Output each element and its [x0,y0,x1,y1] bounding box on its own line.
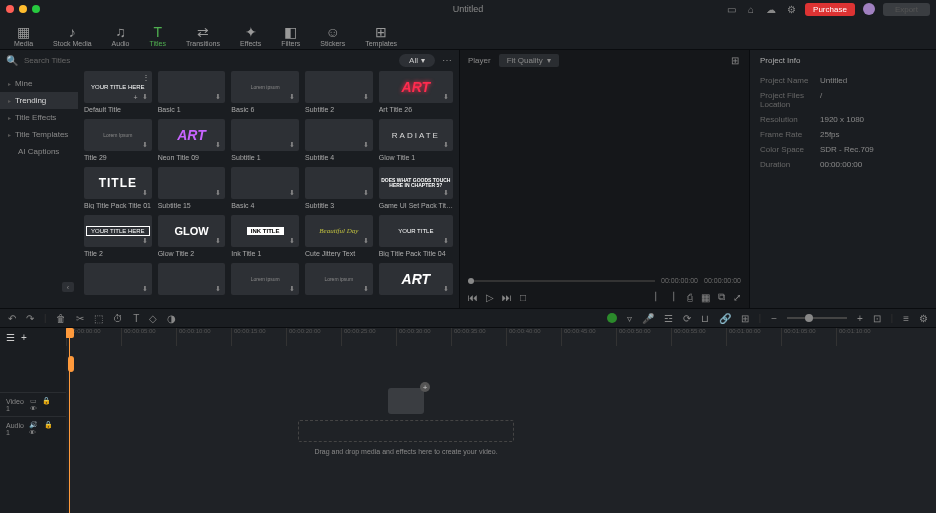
title-card[interactable]: ART⬇ [379,263,453,298]
stop-icon[interactable]: □ [520,292,526,303]
download-icon[interactable]: ⬇ [215,237,223,245]
download-icon[interactable]: ⬇ [215,285,223,293]
download-icon[interactable]: ⬇ [289,93,297,101]
undo-icon[interactable]: ↶ [8,313,16,324]
settings-icon[interactable]: ⚙ [785,3,797,15]
tab-audio[interactable]: ♫Audio [108,22,134,49]
title-card[interactable]: Lorem ipsum⬇ [231,263,299,298]
title-card[interactable]: TITLE⬇Big Title Pack Title 01 [84,167,152,209]
tab-filters[interactable]: ◧Filters [277,22,304,49]
tab-effects[interactable]: ✦Effects [236,22,265,49]
preview-tab[interactable]: Player [468,56,491,65]
filter-dropdown[interactable]: All ▾ [399,54,435,67]
download-icon[interactable]: ⬇ [142,237,150,245]
color-icon[interactable]: ◑ [167,313,176,324]
title-card[interactable]: YOUR TITLE HERE⬇⋮+Default Title [84,71,152,113]
title-card[interactable]: ⬇ [84,263,152,298]
preview-scrubber[interactable] [468,280,655,282]
download-icon[interactable]: ⬇ [215,189,223,197]
title-card[interactable]: ⬇Basic 4 [231,167,299,209]
download-icon[interactable]: ⬇ [289,237,297,245]
download-icon[interactable]: ⬇ [142,141,150,149]
title-card[interactable]: INK TITLE⬇Ink Title 1 [231,215,299,257]
sidebar-item-title-effects[interactable]: Title Effects [0,109,78,126]
mixer-icon[interactable]: ☲ [664,313,673,324]
search-input[interactable]: Search Titles [24,56,393,65]
magnet-icon[interactable]: ⊔ [701,313,709,324]
safe-zone-icon[interactable]: ▦ [701,292,710,303]
tab-stickers[interactable]: ☺Stickers [316,22,349,49]
download-icon[interactable]: ⬇ [142,189,150,197]
quality-dropdown[interactable]: Fit Quality ▾ [499,54,559,67]
title-card[interactable]: RADIATE⬇Glow Title 1 [379,119,453,161]
download-icon[interactable]: ⬇ [142,285,150,293]
minimize-window-button[interactable] [19,5,27,13]
next-frame-icon[interactable]: ⏭ [502,292,512,303]
crop-icon[interactable]: ⬚ [94,313,103,324]
link-icon[interactable]: 🔗 [719,313,731,324]
download-icon[interactable]: ⬇ [443,285,451,293]
title-card[interactable]: ART⬇Neon Title 09 [158,119,226,161]
tab-templates[interactable]: ⊞Templates [361,22,401,49]
download-icon[interactable]: ⬇ [363,141,371,149]
title-card[interactable]: ⬇Subtitle 3 [305,167,373,209]
voiceover-icon[interactable]: 🎤 [642,313,654,324]
title-card[interactable]: ⬇Subtitle 2 [305,71,373,113]
speed-icon[interactable]: ⏱ [113,313,123,324]
playhead[interactable] [69,328,70,513]
fullscreen-icon[interactable]: ⤢ [733,292,741,303]
more-icon[interactable]: ⋯ [441,55,453,67]
timeline-settings-icon[interactable]: ⚙ [919,313,928,324]
play-icon[interactable]: ▷ [486,292,494,303]
redo-icon[interactable]: ↷ [26,313,34,324]
track-size-icon[interactable]: ≡ [903,313,909,324]
timeline-menu-icon[interactable]: ☰ [6,332,15,343]
download-icon[interactable]: ⬇ [363,189,371,197]
text-icon[interactable]: T [133,313,139,324]
sidebar-item-title-templates[interactable]: Title Templates [0,126,78,143]
compare-icon[interactable]: ⧉ [718,291,725,303]
zoom-slider[interactable] [787,317,847,319]
download-icon[interactable]: ⬇ [289,141,297,149]
title-card[interactable]: YOUR TITLE⬇Big Title Pack Title 04 [379,215,453,257]
render-icon[interactable]: ⟳ [683,313,691,324]
keyframe-icon[interactable]: ◇ [149,313,157,324]
cloud-icon[interactable]: ☁ [765,3,777,15]
title-card[interactable]: ⬇ [158,263,226,298]
title-card[interactable]: Lorem Ipsum⬇Title 29 [84,119,152,161]
download-icon[interactable]: ⬇ [142,93,150,101]
mark-out-icon[interactable]: 丨 [669,290,679,304]
download-icon[interactable]: ⬇ [289,285,297,293]
fullscreen-window-button[interactable] [32,5,40,13]
delete-icon[interactable]: 🗑 [56,313,66,324]
snapshot-icon[interactable]: ⎙ [687,292,693,303]
preview-canvas[interactable] [460,71,749,275]
track-header[interactable]: Audio 1🔊 🔒 👁 [0,416,66,440]
sidebar-item-ai-captions[interactable]: AI Captions [0,143,78,160]
title-card[interactable]: DOES WHAT GOODS TOUCH HERE IN CHAPTER 5?… [379,167,453,209]
marker-icon[interactable]: ▿ [627,313,632,324]
download-icon[interactable]: ⬇ [363,285,371,293]
title-card[interactable]: ⬇Subtitle 1 [231,119,299,161]
title-card[interactable]: YOUR TITLE HERE⬇Title 2 [84,215,152,257]
title-card[interactable]: GLOW⬇Glow Title 2 [158,215,226,257]
download-icon[interactable]: ⬇ [215,141,223,149]
sidebar-item-mine[interactable]: Mine [0,75,78,92]
title-card[interactable]: Lorem ipsum⬇ [305,263,373,298]
zoom-out-icon[interactable]: − [771,313,777,324]
timeline-dropzone[interactable]: Drag and drop media and effects here to … [298,388,514,455]
download-icon[interactable]: ⬇ [443,237,451,245]
title-card[interactable]: Lorem ipsum⬇Basic 6 [231,71,299,113]
title-card[interactable]: ⬇Basic 1 [158,71,226,113]
purchase-button[interactable]: Purchase [805,3,855,16]
title-card[interactable]: ⬇Subtitle 4 [305,119,373,161]
record-button[interactable] [607,313,617,323]
mark-in-icon[interactable]: 丨 [651,290,661,304]
tab-media[interactable]: ▦Media [10,22,37,49]
download-icon[interactable]: ⬇ [443,189,451,197]
download-icon[interactable]: ⬇ [363,93,371,101]
download-icon[interactable]: ⬇ [215,93,223,101]
avatar[interactable] [863,3,875,15]
title-card[interactable]: Beautiful Day⬇Cute Jittery Text [305,215,373,257]
close-window-button[interactable] [6,5,14,13]
